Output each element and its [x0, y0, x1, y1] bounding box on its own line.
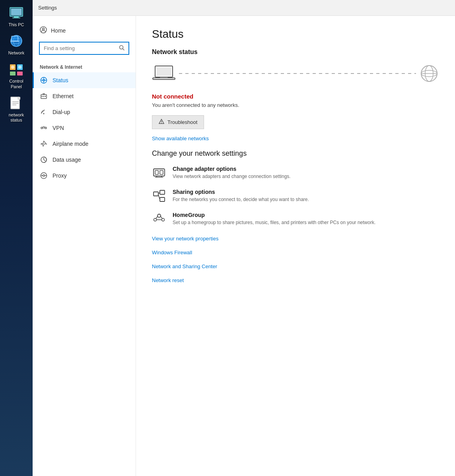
nav-panel: Home Network & Internet — [33, 16, 136, 476]
svg-point-40 — [41, 127, 43, 129]
nav-airplane-label: Airplane mode — [52, 141, 88, 147]
network-sharing-center-link[interactable]: Network and Sharing Center — [152, 263, 439, 269]
nav-item-data-usage[interactable]: Data usage — [33, 152, 136, 168]
network-icon — [8, 34, 24, 50]
svg-point-18 — [11, 66, 14, 69]
content-panel: Status Network status — [136, 16, 455, 476]
nav-proxy-label: Proxy — [52, 172, 67, 179]
svg-line-76 — [156, 217, 158, 219]
network-diagram — [152, 64, 439, 83]
desktop-icon-network-status[interactable]: network status — [1, 93, 31, 125]
nav-dialup-label: Dial-up — [52, 109, 70, 115]
svg-rect-2 — [11, 9, 21, 15]
nav-item-vpn[interactable]: VPN — [33, 120, 136, 136]
desktop-sidebar: This PC Network — [0, 0, 33, 476]
svg-rect-34 — [42, 96, 43, 97]
nav-status-label: Status — [52, 77, 68, 83]
desktop-icon-network[interactable]: Network — [1, 31, 31, 58]
network-reset-link[interactable]: Network reset — [152, 277, 439, 283]
homegroup-desc: Set up a homegroup to share pictures, mu… — [173, 219, 375, 226]
control-panel-label: Control Panel — [4, 79, 28, 89]
settings-window: Settings Home — [33, 0, 455, 476]
search-input[interactable] — [44, 45, 116, 51]
vpn-icon — [40, 124, 48, 132]
home-label: Home — [51, 27, 66, 34]
laptop-diagram-icon — [152, 64, 176, 83]
sharing-desc: For the networks you connect to, decide … — [173, 196, 309, 203]
svg-point-60 — [161, 123, 162, 124]
svg-rect-53 — [160, 77, 168, 78]
svg-rect-3 — [14, 16, 19, 17]
sharing-icon — [152, 189, 166, 203]
svg-rect-11 — [12, 36, 18, 41]
settings-body: Home Network & Internet — [33, 16, 455, 476]
home-item[interactable]: Home — [33, 22, 136, 39]
change-settings-title: Change your network settings — [152, 149, 439, 158]
globe-diagram-icon — [419, 64, 439, 83]
nav-section-title: Network & Internet — [33, 61, 136, 72]
nav-item-status[interactable]: Status — [33, 72, 136, 88]
page-title: Status — [152, 28, 439, 41]
svg-rect-17 — [17, 72, 23, 75]
search-icon — [119, 45, 124, 52]
nav-vpn-label: VPN — [52, 125, 64, 131]
svg-line-29 — [123, 49, 124, 50]
troubleshoot-button[interactable]: Troubleshoot — [152, 115, 204, 129]
nav-ethernet-label: Ethernet — [52, 93, 74, 99]
svg-point-74 — [154, 219, 157, 221]
show-available-networks-link[interactable]: Show available networks — [152, 135, 439, 141]
svg-rect-68 — [154, 192, 158, 196]
svg-line-77 — [161, 217, 162, 219]
ethernet-icon — [40, 92, 48, 100]
svg-rect-70 — [160, 197, 165, 201]
network-status-file-icon — [8, 96, 24, 112]
links-section: View your network properties Windows Fir… — [152, 236, 439, 286]
adapter-title: Change adapter options — [173, 166, 291, 172]
svg-point-39 — [43, 113, 45, 114]
search-box[interactable] — [39, 42, 129, 55]
control-panel-icon — [8, 62, 24, 78]
svg-rect-52 — [153, 78, 175, 79]
svg-rect-36 — [45, 96, 46, 97]
network-label: Network — [8, 50, 24, 56]
not-connected-status: Not connected — [152, 93, 439, 100]
data-usage-icon — [40, 156, 48, 164]
adapter-desc: View network adapters and change connect… — [173, 173, 291, 180]
svg-line-44 — [44, 126, 45, 127]
title-bar: Settings — [33, 0, 455, 16]
troubleshoot-label: Troubleshoot — [167, 119, 197, 125]
svg-point-27 — [43, 28, 45, 30]
sharing-title: Sharing options — [173, 189, 309, 195]
adapter-icon — [152, 166, 166, 180]
svg-rect-13 — [10, 41, 19, 42]
svg-rect-22 — [18, 97, 20, 99]
desktop-icon-control-panel[interactable]: Control Panel — [1, 60, 31, 91]
homegroup-option: HomeGroup Set up a homegroup to share pi… — [152, 212, 439, 226]
nav-data-usage-label: Data usage — [52, 157, 81, 163]
network-status-title: Network status — [152, 48, 439, 56]
network-status-label: network status — [4, 112, 28, 123]
svg-rect-63 — [155, 170, 158, 174]
svg-rect-4 — [12, 17, 20, 18]
status-icon — [40, 76, 48, 84]
not-connected-sub: You aren't connected to any networks. — [152, 102, 439, 108]
svg-rect-35 — [43, 96, 44, 97]
title-bar-text: Settings — [38, 5, 57, 11]
nav-item-dialup[interactable]: Dial-up — [33, 104, 136, 120]
desktop-icon-this-pc[interactable]: This PC — [1, 3, 31, 30]
svg-line-47 — [44, 160, 45, 161]
this-pc-label: This PC — [8, 22, 24, 27]
nav-item-airplane[interactable]: Airplane mode — [33, 136, 136, 152]
view-network-properties-link[interactable]: View your network properties — [152, 236, 439, 242]
home-icon — [40, 26, 47, 35]
dialup-icon — [40, 108, 48, 116]
nav-item-proxy[interactable]: Proxy — [33, 168, 136, 184]
homegroup-icon — [152, 212, 166, 226]
sharing-option: Sharing options For the networks you con… — [152, 189, 439, 203]
windows-firewall-link[interactable]: Windows Firewall — [152, 250, 439, 255]
svg-rect-51 — [156, 67, 171, 76]
svg-point-19 — [18, 66, 21, 69]
svg-rect-16 — [10, 72, 16, 75]
nav-item-ethernet[interactable]: Ethernet — [33, 88, 136, 104]
svg-point-75 — [162, 219, 165, 221]
